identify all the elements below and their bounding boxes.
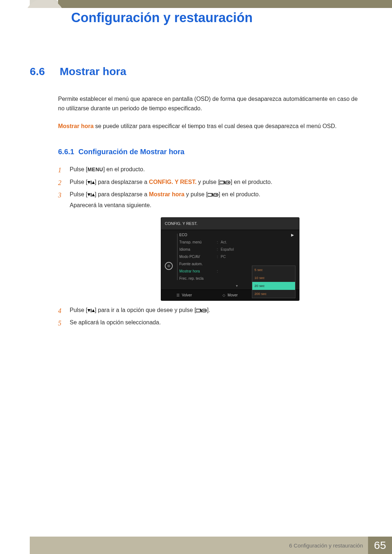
keyword-config-rest: CONFIG. Y REST.: [149, 179, 196, 185]
osd-item-transp: Transp. menú:Act.: [176, 239, 297, 246]
keyword-mostrar-hora: Mostrar hora: [58, 123, 94, 129]
section-paragraph-1: Permite establecer el menú que aparece e…: [58, 94, 362, 114]
gear-icon: [165, 262, 173, 270]
svg-rect-1: [91, 181, 91, 184]
osd-option-10sec: 10 sec: [252, 274, 295, 282]
svg-rect-23: [204, 310, 206, 311]
svg-rect-9: [91, 193, 91, 197]
subsection-title: Configuración de Mostrar hora: [78, 148, 184, 156]
source-enter-icon: [220, 180, 230, 185]
svg-point-22: [203, 310, 204, 311]
source-enter-icon: [196, 308, 207, 313]
svg-point-14: [215, 194, 216, 196]
osd-dropdown: 5 sec 10 sec 20 sec 200 sec: [252, 266, 295, 298]
source-enter-icon: [208, 193, 219, 197]
svg-rect-15: [216, 194, 217, 196]
keyword-mostrar-hora: Mostrar hora: [149, 191, 184, 197]
page-footer: 6 Configuración y restauración 65: [0, 537, 392, 554]
svg-rect-11: [208, 193, 212, 196]
osd-option-20sec: 20 sec: [252, 282, 295, 290]
chapter-title: Configuración y restauración: [71, 10, 253, 25]
down-up-arrows-icon: [87, 180, 95, 185]
down-up-arrows-icon: [87, 308, 95, 313]
section-number: 6.6: [30, 65, 58, 78]
osd-menu-list: ECO ▶ Transp. menú:Act. Idioma:Español: [176, 230, 299, 290]
osd-item-eco: ECO ▶: [176, 231, 297, 239]
section-title: Mostrar hora: [60, 65, 126, 78]
menu-bars-icon: ☰: [176, 292, 180, 299]
svg-rect-5: [225, 181, 230, 184]
svg-marker-18: [92, 309, 95, 312]
svg-line-12: [212, 193, 213, 197]
svg-marker-16: [87, 309, 90, 312]
svg-marker-2: [92, 181, 95, 184]
page-number: 65: [368, 537, 392, 554]
svg-point-6: [226, 182, 228, 183]
svg-rect-21: [202, 309, 207, 312]
chevron-right-icon: ▶: [291, 231, 294, 238]
step-2: 2 Pulse [] para desplazarse a CONFIG. Y …: [58, 177, 362, 188]
svg-rect-17: [91, 309, 91, 312]
svg-line-4: [224, 181, 225, 184]
footer-label: 6 Configuración y restauración: [289, 542, 363, 549]
step-4: 4 Pulse [] para ir a la opción que desee…: [58, 305, 362, 316]
step-5: 5 Se aplicará la opción seleccionada.: [58, 317, 362, 328]
subsection-heading: 6.6.1Configuración de Mostrar hora: [58, 148, 362, 156]
svg-rect-13: [213, 193, 218, 196]
svg-rect-3: [220, 181, 224, 184]
svg-rect-19: [196, 309, 200, 312]
move-diamond-icon: ◇: [222, 292, 225, 299]
osd-screenshot: CONFIG. Y REST. ECO ▶: [161, 218, 299, 300]
svg-line-20: [201, 309, 201, 312]
step-1: 1 Pulse [MENU] en el producto.: [58, 164, 362, 175]
svg-marker-8: [87, 193, 90, 196]
svg-rect-7: [228, 182, 229, 183]
osd-item-idioma: Idioma:Español: [176, 246, 297, 253]
svg-marker-0: [87, 181, 90, 184]
osd-option-5sec: 5 sec: [252, 266, 295, 274]
section-heading: 6.6 Mostrar hora: [30, 65, 362, 78]
osd-title: CONFIG. Y REST.: [161, 218, 299, 230]
osd-item-modo-pcav: Modo PC/AV:PC: [176, 253, 297, 260]
section-paragraph-2: Mostrar hora se puede utilizar para espe…: [58, 122, 362, 131]
menu-button-label: MENU: [87, 167, 103, 172]
steps-list: 1 Pulse [MENU] en el producto. 2 Pulse […: [58, 164, 362, 328]
svg-marker-10: [92, 193, 95, 196]
step-3: 3 Pulse [] para desplazarse a Mostrar ho…: [58, 189, 362, 300]
osd-option-200sec: 200 sec: [252, 290, 295, 298]
subsection-number: 6.6.1: [58, 148, 78, 156]
down-up-arrows-icon: [87, 193, 95, 197]
